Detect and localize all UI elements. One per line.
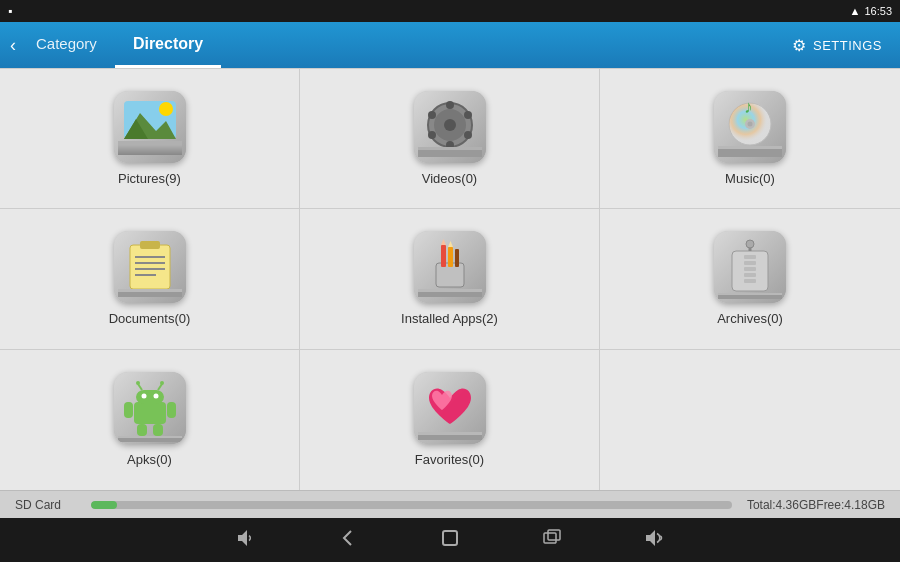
svg-point-10	[444, 119, 456, 131]
back-arrow-icon[interactable]: ‹	[10, 35, 16, 56]
recents-nav-icon[interactable]	[541, 527, 563, 554]
category-grid: Pictures(9)	[0, 68, 900, 490]
storage-bar-fill	[91, 501, 117, 509]
category-cell-archives[interactable]: Archives(0)	[600, 209, 900, 349]
svg-point-15	[428, 131, 436, 139]
settings-label: SETTINGS	[813, 38, 882, 53]
storage-bar-container	[91, 501, 732, 509]
svg-rect-53	[744, 279, 756, 283]
pictures-icon	[114, 91, 186, 163]
category-cell-pictures[interactable]: Pictures(9)	[0, 69, 300, 209]
tab-directory[interactable]: Directory	[115, 22, 221, 68]
svg-point-16	[428, 111, 436, 119]
svg-rect-42	[455, 249, 459, 267]
category-cell-videos[interactable]: Videos(0)	[300, 69, 600, 209]
svg-rect-70	[118, 436, 182, 438]
videos-label: Videos(0)	[422, 171, 477, 186]
svg-rect-73	[418, 432, 482, 435]
back-nav-icon[interactable]	[337, 527, 359, 554]
svg-rect-18	[418, 147, 482, 150]
svg-rect-52	[744, 273, 756, 277]
category-cell-favorites[interactable]: Favorites(0)	[300, 350, 600, 490]
music-icon: ♪	[714, 91, 786, 163]
status-bar: ▪ ▲ 16:53	[0, 0, 900, 22]
svg-point-62	[136, 381, 140, 385]
gear-icon: ⚙	[792, 36, 807, 55]
svg-rect-51	[744, 267, 756, 271]
apks-icon	[114, 372, 186, 444]
storage-bar: SD Card Total:4.36GB Free:4.18GB	[0, 490, 900, 518]
documents-label: Documents(0)	[109, 311, 191, 326]
svg-rect-76	[548, 530, 560, 540]
apps-icon	[414, 231, 486, 303]
videos-icon	[414, 91, 486, 163]
screen-icon: ▪	[8, 4, 12, 18]
volume-down-icon[interactable]	[235, 527, 257, 553]
category-cell-documents[interactable]: Documents(0)	[0, 209, 300, 349]
favorites-icon	[414, 372, 486, 444]
svg-rect-58	[136, 390, 164, 404]
svg-rect-66	[167, 402, 176, 418]
svg-rect-26	[718, 146, 782, 149]
svg-rect-55	[718, 293, 782, 295]
toolbar: ‹ Category Directory ⚙ SETTINGS	[0, 22, 900, 68]
status-right: ▲ 16:53	[850, 5, 892, 17]
archives-label: Archives(0)	[717, 311, 783, 326]
category-cell-apps[interactable]: Installed Apps(2)	[300, 209, 600, 349]
archives-icon	[714, 231, 786, 303]
svg-rect-75	[544, 533, 556, 543]
favorites-label: Favorites(0)	[415, 452, 484, 467]
svg-point-59	[141, 394, 146, 399]
tab-category[interactable]: Category	[18, 22, 115, 68]
apks-label: Apks(0)	[127, 452, 172, 467]
svg-rect-28	[130, 245, 170, 289]
svg-point-11	[446, 101, 454, 109]
svg-rect-49	[744, 255, 756, 259]
category-cell-apks[interactable]: Apks(0)	[0, 350, 300, 490]
svg-text:♪: ♪	[744, 97, 753, 117]
svg-rect-44	[418, 289, 482, 292]
svg-point-48	[746, 240, 754, 248]
svg-point-60	[153, 394, 158, 399]
svg-rect-74	[443, 531, 457, 545]
svg-rect-6	[118, 141, 182, 145]
category-cell-music[interactable]: ♪ Music(0)	[600, 69, 900, 209]
svg-point-13	[464, 131, 472, 139]
svg-point-4	[159, 102, 173, 116]
nav-bar	[0, 518, 900, 562]
wifi-icon: ▲	[850, 5, 861, 17]
time-display: 16:53	[864, 5, 892, 17]
svg-point-64	[160, 381, 164, 385]
svg-rect-40	[448, 247, 453, 267]
apps-label: Installed Apps(2)	[401, 311, 498, 326]
svg-rect-57	[134, 402, 166, 424]
svg-rect-50	[744, 261, 756, 265]
empty-cell	[600, 350, 900, 490]
svg-rect-67	[137, 424, 147, 436]
status-left: ▪	[8, 4, 12, 18]
pictures-label: Pictures(9)	[118, 171, 181, 186]
svg-rect-68	[153, 424, 163, 436]
documents-icon	[114, 231, 186, 303]
svg-rect-35	[118, 289, 182, 292]
volume-up-icon[interactable]	[643, 527, 665, 553]
storage-free: Free:4.18GB	[816, 498, 885, 512]
svg-point-23	[748, 122, 753, 127]
svg-rect-29	[140, 241, 160, 249]
home-nav-icon[interactable]	[439, 527, 461, 554]
svg-rect-65	[124, 402, 133, 418]
settings-button[interactable]: ⚙ SETTINGS	[784, 32, 890, 59]
storage-total: Total:4.36GB	[747, 498, 816, 512]
svg-point-12	[464, 111, 472, 119]
svg-rect-38	[441, 245, 446, 267]
music-label: Music(0)	[725, 171, 775, 186]
storage-label: SD Card	[15, 498, 61, 512]
